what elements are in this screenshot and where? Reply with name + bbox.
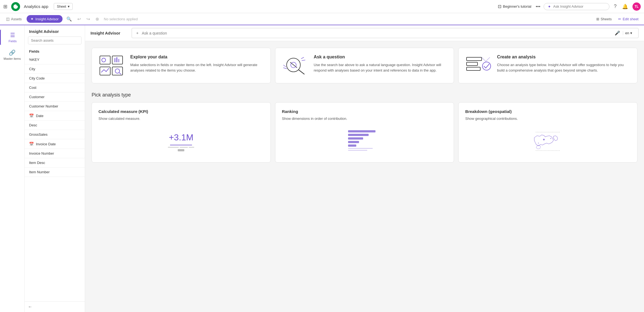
tutorial-label: Beginner's tutorial — [503, 4, 532, 8]
help-icon[interactable]: ? — [613, 2, 618, 10]
ask-insight-nav-field[interactable] — [553, 4, 605, 8]
field-item[interactable]: City — [25, 64, 85, 74]
svg-line-18 — [283, 68, 287, 69]
no-selections-label: No selections applied — [104, 17, 138, 21]
create-card-title: Create an analysis — [497, 55, 631, 59]
svg-rect-22 — [467, 62, 478, 66]
kpi-visual: +3.1M — [98, 126, 264, 156]
explore-card-title: Explore your data — [130, 55, 264, 59]
svg-rect-21 — [467, 57, 482, 61]
language-selector[interactable]: en ▾ — [623, 31, 634, 35]
sparkle-icon: ✦ — [548, 4, 551, 9]
field-item[interactable]: Customer — [25, 92, 85, 102]
field-name: Cost — [29, 86, 36, 90]
geo-card-title: Breakdown (geospatial) — [465, 109, 512, 114]
field-item[interactable]: City Code — [25, 74, 85, 83]
sidebar-bottom: ← — [25, 301, 85, 312]
insight-advisor-icon: ✦ — [30, 17, 34, 21]
main-content: Insight Advisor ✦ 🎤 en ▾ — [85, 25, 644, 312]
ask-insight-nav-input[interactable]: ✦ — [544, 3, 609, 10]
field-name: Invoice Number — [29, 151, 54, 155]
svg-line-20 — [302, 60, 305, 61]
field-item[interactable]: 📅Invoice Date — [25, 139, 85, 149]
search-selections-icon[interactable]: 🔍 — [65, 15, 74, 23]
svg-line-19 — [301, 57, 304, 59]
microphone-icon[interactable]: 🎤 — [615, 30, 620, 36]
assets-button[interactable]: ◫ Assets — [3, 15, 24, 23]
left-panel: ☰ Fields 🔗 Master items — [0, 25, 25, 312]
ranking-visual — [282, 126, 447, 153]
insight-advisor-tab[interactable]: ✦ Insight Advisor — [27, 15, 63, 23]
fields-list: %KEYCityCity CodeCostCustomerCustomer Nu… — [25, 55, 85, 301]
field-item[interactable]: %KEY — [25, 55, 85, 64]
edit-sheet-label: Edit sheet — [623, 17, 639, 21]
field-name: Date — [36, 114, 43, 118]
notifications-icon[interactable]: 🔔 — [621, 2, 629, 11]
intro-card-explore: Explore your data Make selections in fie… — [92, 48, 271, 83]
svg-point-25 — [543, 139, 545, 140]
create-card-text: Create an analysis Choose an analysis ty… — [497, 55, 631, 73]
analysis-card-geo[interactable]: Breakdown (geospatial) Show geographical… — [458, 102, 637, 163]
search-assets-input[interactable] — [28, 36, 81, 44]
sidebar-panel-title: Insight Advisor — [25, 25, 85, 36]
field-item[interactable]: Item Number — [25, 168, 85, 177]
analysis-card-kpi[interactable]: Calculated measure (KPI) Show calculated… — [92, 102, 271, 163]
ask-question-field[interactable] — [142, 31, 612, 35]
field-item[interactable]: Customer Number — [25, 102, 85, 111]
tutorial-button[interactable]: ⊡ Beginner's tutorial — [498, 4, 532, 9]
clear-selections-icon[interactable]: ⊗ — [94, 15, 101, 23]
sheets-label: Sheets — [601, 17, 612, 21]
intro-card-create: Create an analysis Choose an analysis ty… — [458, 48, 637, 83]
ask-question-container[interactable]: ✦ 🎤 en ▾ — [132, 28, 639, 38]
back-icon[interactable]: ↩ — [76, 15, 83, 23]
sidebar-item-master-items[interactable]: 🔗 Master items — [0, 47, 24, 63]
field-item[interactable]: GrossSales — [25, 130, 85, 139]
field-name: Invoice Date — [36, 142, 56, 146]
grid-icon: ⊞ — [596, 17, 599, 21]
top-nav: ⊞ Analytics app Sheet ▾ ⊡ Beginner's tut… — [0, 0, 644, 13]
sheet-dropdown[interactable]: Sheet ▾ — [54, 3, 73, 10]
main-area: ☰ Fields 🔗 Master items Insight Advisor … — [0, 25, 644, 312]
collapse-sidebar-button[interactable]: ← — [28, 304, 32, 309]
forward-icon[interactable]: ↪ — [85, 15, 92, 23]
edit-sheet-button[interactable]: ✏ Edit sheet — [616, 16, 641, 22]
field-item[interactable]: Item Desc — [25, 158, 85, 168]
sheets-button[interactable]: ⊞ Sheets — [594, 16, 614, 22]
sub-toolbar: ◫ Assets ✦ Insight Advisor 🔍 ↩ ↪ ⊗ No se… — [0, 13, 644, 25]
explore-card-text: Explore your data Make selections in fie… — [130, 55, 264, 73]
geo-card-desc: Show geographical contributions. — [465, 116, 518, 121]
sidebar-item-fields[interactable]: ☰ Fields — [0, 30, 24, 45]
lang-label: en — [625, 31, 629, 35]
field-item[interactable]: Desc — [25, 121, 85, 130]
svg-point-2 — [16, 3, 19, 6]
field-item[interactable]: 📅Date — [25, 111, 85, 121]
svg-rect-8 — [118, 59, 119, 62]
field-name: GrossSales — [29, 132, 47, 137]
more-options-icon[interactable]: ••• — [536, 4, 540, 9]
calendar-icon: 📅 — [29, 114, 34, 118]
field-name: Desc — [29, 123, 37, 127]
calendar-icon: 📅 — [29, 142, 34, 146]
analysis-card-ranking[interactable]: Ranking Show dimensions in order of cont… — [275, 102, 454, 163]
sparkle-icon-input: ✦ — [136, 31, 139, 35]
field-name: Customer — [29, 95, 44, 99]
svg-rect-7 — [116, 57, 117, 62]
avatar[interactable]: TL — [632, 2, 641, 11]
field-item[interactable]: Cost — [25, 83, 85, 92]
analysis-grid: Calculated measure (KPI) Show calculated… — [92, 102, 637, 163]
content-body: Explore your data Make selections in fie… — [85, 41, 644, 169]
app-title: Analytics app — [24, 4, 48, 9]
ask-card-text: Ask a question Use the search bar above … — [314, 55, 447, 73]
sheet-label: Sheet — [57, 4, 66, 8]
field-name: Item Number — [29, 170, 50, 174]
grid-menu-icon[interactable]: ⊞ — [3, 4, 7, 10]
svg-rect-23 — [467, 67, 480, 70]
kpi-value: +3.1M — [168, 132, 194, 143]
insight-header: Insight Advisor ✦ 🎤 en ▾ — [85, 25, 644, 41]
svg-point-4 — [102, 58, 106, 62]
kpi-card-title: Calculated measure (KPI) — [98, 109, 148, 114]
field-item[interactable]: Invoice Number — [25, 149, 85, 158]
ranking-card-title: Ranking — [282, 109, 298, 114]
fields-icon: ☰ — [10, 32, 15, 38]
explore-icon — [98, 55, 126, 76]
